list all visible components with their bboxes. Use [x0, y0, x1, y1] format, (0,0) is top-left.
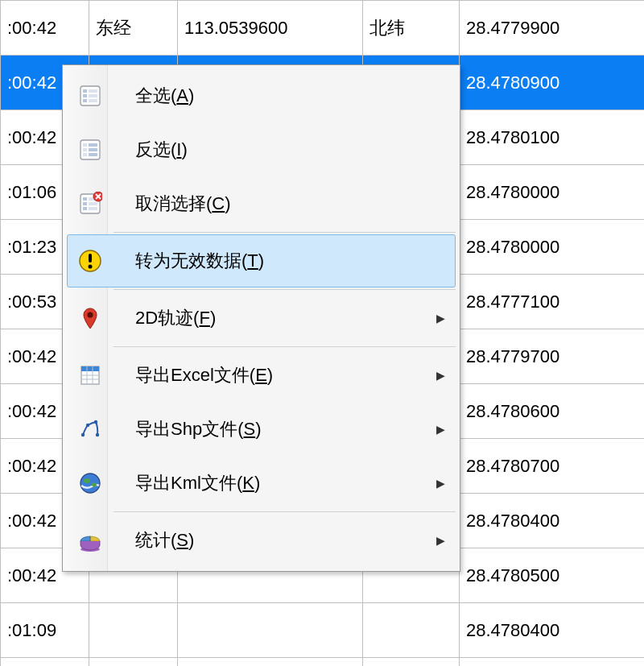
menu-item-kml[interactable]: 导出Kml文件(K)▶ — [67, 457, 456, 510]
cell-lat[interactable]: 28.4779900 — [460, 1, 645, 56]
table-row[interactable]: :00:53东经113.0540500北纬28.4780000 — [1, 658, 645, 667]
cell-lat[interactable]: 28.4780000 — [460, 658, 645, 667]
submenu-arrow-icon: ▶ — [436, 369, 445, 382]
submenu-arrow-icon: ▶ — [436, 312, 445, 325]
menu-item-chart[interactable]: 统计(S)▶ — [67, 514, 456, 567]
cell-lon[interactable]: 113.0540500 — [178, 658, 363, 667]
cell-time[interactable]: :00:53 — [1, 658, 89, 667]
cell-lat[interactable]: 28.4780100 — [460, 110, 645, 165]
cell-lon_label[interactable] — [89, 603, 178, 658]
cell-lon[interactable] — [178, 603, 363, 658]
menu-item-label: 转为无效数据(T) — [113, 249, 445, 273]
list-cancel-icon — [68, 192, 113, 216]
menu-item-label: 导出Kml文件(K) — [113, 471, 436, 495]
menu-item-label: 2D轨迹(F) — [113, 306, 436, 330]
cell-lon[interactable]: 113.0539600 — [178, 1, 363, 56]
submenu-arrow-icon: ▶ — [436, 534, 445, 547]
menu-separator — [114, 346, 456, 347]
cell-lat[interactable]: 28.4779700 — [460, 329, 645, 384]
menu-separator — [114, 511, 456, 512]
pin-icon — [68, 306, 113, 330]
menu-item-pin[interactable]: 2D轨迹(F)▶ — [67, 292, 456, 345]
menu-item-shp[interactable]: 导出Shp文件(S)▶ — [67, 403, 456, 456]
menu-item-list-cancel[interactable]: 取消选择(C) — [67, 177, 456, 230]
list-icon — [68, 84, 113, 108]
menu-item-warning[interactable]: 转为无效数据(T) — [67, 234, 456, 287]
shp-icon — [68, 417, 113, 441]
menu-item-label: 导出Shp文件(S) — [113, 417, 436, 441]
cell-lat[interactable]: 28.4777100 — [460, 275, 645, 329]
list-inverse-icon — [68, 138, 113, 162]
cell-lat_label[interactable]: 北纬 — [363, 1, 460, 56]
warning-icon — [68, 249, 113, 273]
menu-item-label: 导出Excel文件(E) — [113, 363, 436, 387]
context-menu: 全选(A)反选(I)取消选择(C)转为无效数据(T)2D轨迹(F)▶导出Exce… — [62, 64, 460, 572]
cell-lon_label[interactable]: 东经 — [89, 658, 178, 667]
cell-lat[interactable]: 28.4780700 — [460, 439, 645, 494]
menu-item-excel[interactable]: 导出Excel文件(E)▶ — [67, 349, 456, 402]
cell-lat[interactable]: 28.4780600 — [460, 384, 645, 439]
excel-icon — [68, 363, 113, 387]
cell-lon_label[interactable]: 东经 — [89, 1, 178, 56]
cell-lat[interactable]: 28.4780000 — [460, 220, 645, 275]
cell-lat_label[interactable]: 北纬 — [363, 658, 460, 667]
cell-lat[interactable]: 28.4780400 — [460, 603, 645, 658]
menu-item-label: 统计(S) — [113, 528, 436, 552]
menu-item-label: 全选(A) — [113, 84, 445, 108]
cell-lat[interactable]: 28.4780900 — [460, 56, 645, 110]
cell-time[interactable]: :00:42 — [1, 1, 89, 56]
menu-item-list[interactable]: 全选(A) — [67, 69, 456, 122]
cell-time[interactable]: :01:09 — [1, 603, 89, 658]
kml-icon — [68, 471, 113, 495]
table-row[interactable]: :01:0928.4780400 — [1, 603, 645, 658]
cell-lat[interactable]: 28.4780400 — [460, 494, 645, 548]
submenu-arrow-icon: ▶ — [436, 423, 445, 436]
submenu-arrow-icon: ▶ — [436, 477, 445, 490]
menu-separator — [114, 232, 456, 233]
menu-item-label: 反选(I) — [113, 138, 445, 162]
menu-item-list-inverse[interactable]: 反选(I) — [67, 123, 456, 176]
cell-lat[interactable]: 28.4780000 — [460, 165, 645, 220]
cell-lat_label[interactable] — [363, 603, 460, 658]
table-row[interactable]: :00:42东经113.0539600北纬28.4779900 — [1, 1, 645, 56]
menu-item-label: 取消选择(C) — [113, 192, 445, 216]
chart-icon — [68, 528, 113, 552]
menu-separator — [114, 289, 456, 290]
cell-lat[interactable]: 28.4780500 — [460, 548, 645, 603]
